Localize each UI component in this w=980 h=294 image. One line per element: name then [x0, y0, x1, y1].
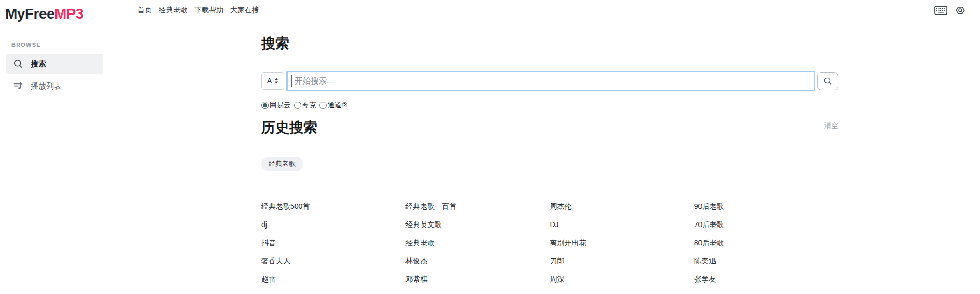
keyboard-icon[interactable] [934, 6, 947, 15]
hot-search-item[interactable]: 70后老歌 [694, 220, 838, 229]
select-arrows-icon [274, 78, 278, 84]
source-label: 网易云 [270, 101, 291, 110]
hot-search-item[interactable]: 经典老歌 [405, 239, 550, 247]
history-tag[interactable]: 经典老歌 [261, 157, 303, 171]
top-nav: 首页经典老歌下载帮助大家在搜 [137, 6, 259, 15]
search-bar: A [261, 71, 838, 91]
sidebar-item-label: 播放列表 [31, 81, 62, 91]
sidebar-section-label: BROWSE [11, 41, 120, 48]
hot-search-item[interactable]: 周杰伦 [550, 202, 694, 211]
radio-icon [319, 102, 327, 109]
search-type-select[interactable]: A [261, 72, 284, 90]
search-button[interactable] [817, 72, 838, 90]
hot-search-item[interactable]: 邓紫棋 [405, 275, 550, 283]
text-caret [291, 75, 292, 87]
nav-item[interactable]: 下载帮助 [194, 6, 223, 15]
hot-search-item[interactable]: 经典老歌500首 [261, 202, 405, 211]
nav-item[interactable]: 大家在搜 [230, 6, 259, 15]
hot-search-item[interactable]: 周深 [550, 275, 694, 283]
clear-history-link[interactable]: 清空 [824, 121, 838, 131]
sidebar: MyFreeMP3 BROWSE 搜索 播放列表 [0, 0, 120, 294]
top-bar: 首页经典老歌下载帮助大家在搜 [120, 0, 980, 21]
hot-search-grid: 经典老歌500首经典老歌一百首周杰伦90后老歌dj经典英文歌DJ70后老歌抖音经… [261, 202, 838, 293]
nav-item[interactable]: 首页 [137, 6, 152, 15]
search-input-wrap [286, 71, 815, 91]
hot-search-item[interactable]: 陈奕迅 [694, 257, 838, 265]
nav-item[interactable]: 经典老歌 [159, 6, 188, 15]
source-radio[interactable]: 夸克 [294, 101, 316, 110]
search-icon [13, 59, 23, 69]
hot-search-item[interactable]: 奢香夫人 [261, 257, 405, 265]
search-type-value: A [267, 77, 272, 85]
sidebar-item-playlist[interactable]: 播放列表 [6, 76, 103, 96]
hot-search-item[interactable]: 经典英文歌 [405, 220, 550, 229]
sidebar-item-label: 搜索 [31, 59, 46, 69]
radio-icon [261, 102, 269, 109]
hot-search-item[interactable]: 抖音 [261, 239, 405, 247]
settings-icon[interactable] [955, 5, 965, 16]
hot-search-item[interactable]: 离别开出花 [550, 239, 694, 247]
source-label: 通道② [328, 101, 348, 110]
source-radio[interactable]: 网易云 [261, 101, 291, 110]
search-title: 搜索 [261, 34, 838, 53]
hot-search-item[interactable]: 经典老歌一百首 [405, 202, 550, 211]
search-input[interactable] [286, 71, 815, 91]
hot-search-item[interactable]: 80后老歌 [694, 239, 838, 247]
history-title: 历史搜索 [261, 118, 317, 137]
content-container: 搜索 A [261, 21, 838, 293]
hot-search-item[interactable]: 张学友 [694, 275, 838, 283]
history-tags: 经典老歌 [261, 157, 838, 171]
main-area: 首页经典老歌下载帮助大家在搜 搜索 A [120, 0, 980, 294]
hot-search-item[interactable]: DJ [550, 220, 694, 229]
sidebar-item-search[interactable]: 搜索 [6, 54, 103, 74]
history-header: 历史搜索 清空 [261, 118, 838, 137]
app-window: MyFreeMP3 BROWSE 搜索 播放列表 首页经典老歌下载帮助大家在搜 [0, 0, 980, 294]
source-radio[interactable]: 通道② [319, 101, 348, 110]
hot-search-item[interactable]: dj [261, 220, 405, 229]
brand-accent: MP3 [54, 6, 83, 22]
playlist-icon [13, 81, 23, 91]
hot-search-item[interactable]: 90后老歌 [694, 202, 838, 211]
radio-icon [294, 102, 301, 109]
hot-search-item[interactable]: 林俊杰 [405, 257, 550, 265]
source-label: 夸克 [302, 101, 316, 110]
hot-search-item[interactable]: 刀郎 [550, 257, 694, 265]
topbar-icons [934, 5, 965, 16]
brand-dark: MyFree [5, 6, 54, 22]
source-radio-group: 网易云 夸克 通道② [261, 101, 838, 110]
hot-search-item[interactable]: 赵雷 [261, 275, 405, 283]
brand-logo[interactable]: MyFreeMP3 [0, 0, 120, 22]
